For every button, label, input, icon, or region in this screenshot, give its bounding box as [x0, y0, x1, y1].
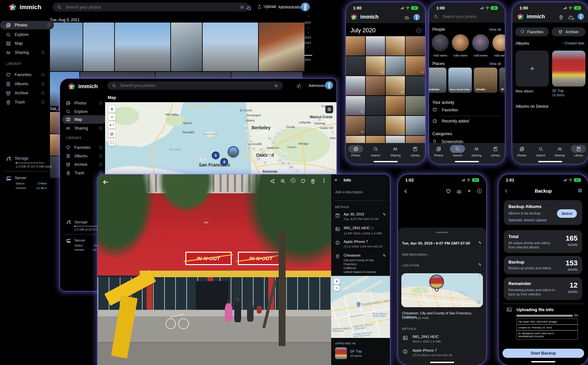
favorites-row[interactable]: Favorites [432, 107, 458, 112]
photo-thumbnail[interactable] [386, 76, 405, 95]
edit-location-icon[interactable]: ✎ [383, 253, 386, 258]
edit-location-icon[interactable]: ✎ [478, 262, 482, 267]
photo-thumbnail[interactable] [203, 23, 258, 71]
photo-thumbnail[interactable] [386, 116, 405, 135]
filter-icon[interactable] [274, 84, 278, 88]
places-view-all[interactable]: View all [489, 62, 501, 66]
administration-link[interactable]: Administration [278, 5, 303, 9]
photo-thumbnail[interactable] [83, 23, 114, 71]
album-link-row[interactable]: SF Trip 15 items [335, 347, 362, 359]
photo-thumbnail[interactable] [386, 96, 405, 115]
recently-added-row[interactable]: Recently added [432, 119, 469, 123]
cluster-marker[interactable]: 4 [220, 158, 228, 166]
photo-thumbnail[interactable] [346, 76, 365, 95]
hide-markers-button[interactable]: ⊘ [108, 130, 116, 137]
place-tile[interactable]: Pi [499, 68, 505, 93]
add-name-link[interactable]: Add name [432, 54, 449, 57]
sidebar-item-map[interactable]: Map [6, 39, 48, 48]
start-backup-button[interactable]: Start Backup [503, 349, 584, 358]
immich-logo[interactable]: immich [68, 83, 98, 90]
add-name-link[interactable]: Add name [452, 54, 469, 57]
avatar[interactable] [578, 13, 584, 20]
info-icon[interactable]: ⓘ [291, 178, 296, 184]
nav-photos[interactable]: Photos [513, 145, 531, 157]
sidebar-item-trash[interactable]: Trash ⓘ [6, 98, 48, 106]
sidebar-item-albums[interactable]: Albums ⓘ [6, 80, 48, 88]
delete-icon[interactable] [310, 179, 316, 184]
sidebar-item-trash[interactable]: Trash ⓘ [66, 169, 102, 177]
scrubber-handle[interactable] [304, 55, 312, 56]
favorites-chip[interactable]: Favorites [515, 27, 549, 36]
sidebar-item-favorites[interactable]: Favorites ⓘ [6, 71, 48, 79]
add-name-link[interactable]: Add name [472, 54, 489, 57]
cloud-off-icon[interactable]: ⊘ [568, 14, 574, 20]
zoom-in-button[interactable]: + [108, 105, 116, 113]
nav-sharing[interactable]: Sharing [386, 145, 405, 157]
search-bar[interactable] [53, 3, 249, 11]
photo-thumbnail[interactable] [386, 36, 405, 56]
map-info-icon[interactable]: ⓘ [477, 300, 480, 305]
avatar[interactable] [325, 81, 333, 89]
sidebar-item-albums[interactable]: Albums ⓘ [66, 152, 102, 160]
zoom-out-button[interactable]: − [334, 285, 340, 291]
face[interactable] [432, 34, 449, 51]
favorite-icon[interactable] [446, 189, 451, 194]
sidebar-item-photos[interactable]: Photos ⓘ [0, 21, 54, 29]
sidebar-item-photos[interactable]: Photos ⓘ [66, 99, 102, 107]
photo-thumbnail[interactable] [259, 23, 304, 71]
back-icon[interactable] [102, 178, 108, 184]
photo-thumbnail[interactable] [346, 36, 365, 56]
sidebar-item-archive[interactable]: Archive ⓘ [66, 160, 102, 169]
sidebar-item-sharing[interactable]: Sharing ⓘ [66, 124, 102, 133]
more-options-icon[interactable]: ⋮ [321, 177, 327, 183]
photo-thumbnail[interactable] [50, 23, 83, 71]
info-sheet[interactable]: Tue, Apr 30, 2019 • 6:07 PM GMT-07:00 ✎ … [398, 228, 486, 365]
search-bar[interactable] [107, 81, 283, 90]
place-tile[interactable]: Omaha [474, 68, 497, 93]
face[interactable] [452, 34, 469, 51]
avatar[interactable] [301, 3, 310, 11]
photo-thumbnail[interactable] [406, 96, 425, 115]
select-button[interactable]: Select [557, 209, 577, 218]
nav-search[interactable]: Search [532, 145, 550, 157]
map-settings-button[interactable]: ⚙ [325, 105, 333, 113]
backup-cloud-icon[interactable] [404, 15, 410, 20]
photo-thumbnail[interactable] [115, 23, 170, 71]
select-all-icon[interactable]: ✓ [416, 28, 421, 33]
new-album-tile[interactable]: + [516, 51, 549, 87]
compass-button[interactable]: ▲▼ [108, 121, 116, 128]
close-icon[interactable]: × [334, 177, 337, 182]
sidebar-item-explore[interactable]: Explore [66, 107, 102, 116]
avatar[interactable] [413, 14, 420, 21]
archive-chip[interactable]: Archive [551, 27, 585, 36]
nav-sharing[interactable]: Sharing [467, 145, 486, 157]
zoom-icon[interactable] [280, 179, 286, 184]
search-input[interactable] [119, 83, 271, 88]
zoom-in-button[interactable]: + [334, 278, 340, 284]
photo-thumbnail[interactable] [366, 116, 385, 135]
sidebar-item-sharing[interactable]: Sharing ⓘ [6, 48, 48, 57]
search-input[interactable] [65, 5, 237, 10]
nav-library[interactable]: Library [486, 145, 504, 157]
people-view-all[interactable]: View all [489, 27, 501, 31]
nav-photos[interactable]: Photos [347, 145, 365, 157]
album-name[interactable]: SF Trip [552, 89, 564, 93]
back-icon[interactable] [403, 189, 409, 194]
photo-thumbnail[interactable] [346, 96, 365, 115]
theme-toggle-icon[interactable] [296, 83, 301, 88]
settings-gear-icon[interactable]: ⚙ [578, 187, 582, 194]
sidebar-item-explore[interactable]: Explore [6, 30, 48, 39]
photo-thumbnail[interactable] [366, 76, 385, 95]
favorite-icon[interactable] [301, 179, 306, 184]
photo-thumbnail[interactable] [346, 116, 365, 135]
photo-thumbnail[interactable] [50, 112, 60, 134]
nav-sharing[interactable]: Sharing [550, 145, 569, 157]
nav-search[interactable]: Search [448, 145, 467, 157]
photo-map-marker[interactable] [429, 275, 444, 289]
photo-map-marker[interactable] [228, 146, 239, 157]
photo-thumbnail[interactable] [171, 23, 202, 71]
photo-thumbnail[interactable] [406, 56, 425, 75]
add-icon[interactable]: + [468, 188, 471, 194]
immich-logo[interactable]: immich [8, 3, 41, 11]
sidebar-item-map[interactable]: Map [62, 115, 106, 124]
